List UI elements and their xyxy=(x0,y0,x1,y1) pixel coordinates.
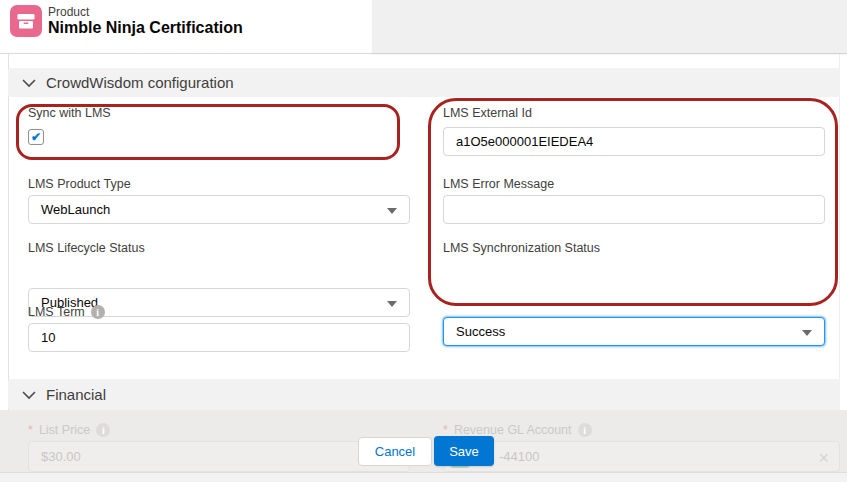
lms-synchronization-status-select[interactable]: Success xyxy=(443,317,825,346)
lms-external-id-label: LMS External Id xyxy=(443,106,532,120)
lms-term-input[interactable] xyxy=(28,323,410,352)
modal-body xyxy=(8,54,840,410)
sync-with-lms-checkbox[interactable]: ✔ xyxy=(28,129,44,145)
record-header: Product Nimble Ninja Certification xyxy=(0,0,847,54)
lms-external-id-input[interactable] xyxy=(443,127,825,156)
lms-error-message-label: LMS Error Message xyxy=(443,177,554,191)
lms-synchronization-status-label: LMS Synchronization Status xyxy=(443,241,600,255)
info-icon[interactable]: i xyxy=(91,305,105,319)
lms-product-type-label: LMS Product Type xyxy=(28,177,131,191)
clear-x-icon: × xyxy=(818,449,829,467)
section-header-crowdwisdom[interactable]: CrowdWisdom configuration xyxy=(8,68,840,97)
lms-lifecycle-status-label: LMS Lifecycle Status xyxy=(28,241,145,255)
dropdown-caret-icon xyxy=(387,301,397,307)
required-marker: * xyxy=(443,423,448,437)
lms-product-type-select[interactable]: WebLaunch xyxy=(28,195,410,224)
lms-error-message-input[interactable] xyxy=(443,195,825,224)
selected-value: Success xyxy=(456,324,505,339)
bottom-strip xyxy=(0,472,847,482)
object-label: Product xyxy=(48,5,89,19)
list-price-value: $30.00 xyxy=(41,449,81,464)
revenue-gl-account-lookup: -44100 × xyxy=(443,441,840,472)
chevron-down-icon xyxy=(22,386,36,404)
list-price-input: $30.00 xyxy=(28,441,410,472)
required-marker: * xyxy=(28,423,33,437)
revenue-gl-account-label: * Revenue GL Account i xyxy=(443,423,592,437)
info-icon: i xyxy=(578,423,592,437)
page-title: Nimble Ninja Certification xyxy=(48,19,243,37)
sync-with-lms-label: Sync with LMS xyxy=(28,106,111,120)
lms-term-label: LMS Term i xyxy=(28,305,105,319)
section-label: CrowdWisdom configuration xyxy=(46,74,234,91)
section-label: Financial xyxy=(46,386,106,403)
list-price-label: * List Price i xyxy=(28,423,110,437)
chevron-down-icon xyxy=(22,74,36,92)
revenue-gl-account-label-text: Revenue GL Account xyxy=(454,423,572,437)
list-price-label-text: List Price xyxy=(39,423,90,437)
section-header-financial[interactable]: Financial xyxy=(8,379,840,410)
info-icon: i xyxy=(96,423,110,437)
product-box-icon xyxy=(10,5,42,37)
selected-value: WebLaunch xyxy=(41,202,110,217)
page-background-area xyxy=(372,0,847,53)
dropdown-caret-icon xyxy=(802,330,812,336)
cancel-button[interactable]: Cancel xyxy=(358,437,432,466)
save-button[interactable]: Save xyxy=(434,436,494,466)
checkbox-check-icon: ✔ xyxy=(31,130,41,144)
dropdown-caret-icon xyxy=(387,208,397,214)
lms-term-label-text: LMS Term xyxy=(28,305,85,319)
